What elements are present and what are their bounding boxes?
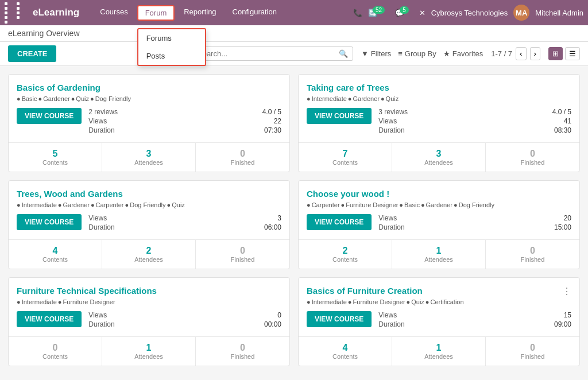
view-course-button-0[interactable]: VIEW COURSE xyxy=(17,108,82,124)
course-stats-1: 3 reviews 4.0 / 5 Views 41 Duration 08:3… xyxy=(378,108,571,134)
create-button[interactable]: CREATE xyxy=(8,45,56,62)
footer-contents-2: 4 Contents xyxy=(9,240,102,269)
filters-button[interactable]: ▼ Filters xyxy=(361,49,391,58)
breadcrumb: eLearning Overview xyxy=(8,29,80,38)
search-box: 🔍 xyxy=(192,46,353,61)
course-tags-3: ● Carpenter ● Furniture Designer ● Basic… xyxy=(307,201,571,208)
course-stats-4: Views 0 Duration 00:00 xyxy=(88,311,281,328)
course-stats-0: 2 reviews 4.0 / 5 Views 22 Duration 07:3… xyxy=(88,108,281,134)
footer-attendees-4: 1 Attendees xyxy=(102,337,196,366)
pagination-count: 1-7 / 7 xyxy=(491,49,512,58)
search-icon[interactable]: 🔍 xyxy=(339,49,348,58)
footer-finished-4: 0 Finished xyxy=(196,337,289,366)
prev-page-button[interactable]: ‹ xyxy=(516,47,526,60)
scroll-area[interactable]: Basics of Gardening ● Basic ● Gardener ●… xyxy=(0,66,588,380)
main-wrapper: Basics of Gardening ● Basic ● Gardener ●… xyxy=(0,66,588,380)
footer-finished-0: 0 Finished xyxy=(196,143,289,172)
course-title-2: Trees, Wood and Gardens xyxy=(17,189,281,199)
footer-finished-5: 0 Finished xyxy=(486,337,579,366)
course-footer-3: 2 Contents 1 Attendees 0 Finished xyxy=(299,239,579,269)
footer-finished-2: 0 Finished xyxy=(196,240,289,269)
course-tags-0: ● Basic ● Gardener ● Quiz ● Dog Friendly xyxy=(17,95,281,102)
view-course-button-1[interactable]: VIEW COURSE xyxy=(307,108,372,124)
footer-attendees-1: 3 Attendees xyxy=(392,143,486,172)
company-name: Cybrosys Technologies xyxy=(431,9,508,17)
course-title-1: Taking care of Trees xyxy=(307,83,571,92)
course-footer-4: 0 Contents 1 Attendees 0 Finished xyxy=(9,336,289,366)
messages-icon[interactable]: 💬5 xyxy=(395,9,413,17)
course-stats-5: Views 15 Duration 09:00 xyxy=(378,311,571,328)
pagination: 1-7 / 7 ‹ › xyxy=(491,47,540,60)
list-view-button[interactable]: ☰ xyxy=(565,47,580,60)
messages-badge: 5 xyxy=(400,6,409,14)
apps-grid-icon[interactable] xyxy=(5,2,27,24)
view-course-button-4[interactable]: VIEW COURSE xyxy=(17,311,82,327)
footer-contents-4: 0 Contents xyxy=(9,337,102,366)
course-card-4: Furniture Technical Specifications ● Int… xyxy=(8,277,290,366)
nav-item-forum-wrapper: Forum Forums Posts xyxy=(137,5,175,21)
footer-finished-1: 0 Finished xyxy=(486,143,579,172)
nav-item-courses[interactable]: Courses xyxy=(93,5,134,21)
nav-item-forum[interactable]: Forum xyxy=(137,5,175,21)
course-stats-3: Views 20 Duration 15:00 xyxy=(378,214,571,231)
footer-contents-5: 4 Contents xyxy=(299,337,392,366)
course-tags-5: ● Intermediate ● Furniture Designer ● Qu… xyxy=(307,298,571,305)
next-page-button[interactable]: › xyxy=(530,47,540,60)
footer-attendees-3: 1 Attendees xyxy=(392,240,486,269)
topnav: eLearning Courses Forum Forums Posts Rep… xyxy=(0,0,588,25)
activity-badge: 52 xyxy=(373,6,385,14)
view-course-button-5[interactable]: VIEW COURSE xyxy=(307,311,372,327)
footer-attendees-2: 2 Attendees xyxy=(102,240,196,269)
footer-contents-1: 7 Contents xyxy=(299,143,392,172)
course-title-5: Basics of Furniture Creation xyxy=(307,286,423,296)
card-menu-icon[interactable]: ⋮ xyxy=(562,286,571,297)
course-stats-2: Views 3 Duration 06:00 xyxy=(88,214,281,231)
toolbar: CREATE 🔍 ▼ Filters ≡ Group By ★ Favorite… xyxy=(0,42,588,66)
dropdown-posts[interactable]: Posts xyxy=(138,47,205,65)
course-title-3: Choose your wood ! xyxy=(307,189,571,199)
nav-item-configuration[interactable]: Configuration xyxy=(226,5,284,21)
course-card-5: Basics of Furniture Creation ⋮ ● Interme… xyxy=(298,277,580,366)
favorites-button[interactable]: ★ Favorites xyxy=(443,49,483,58)
view-course-button-3[interactable]: VIEW COURSE xyxy=(307,214,372,230)
user-name: Mitchell Admin xyxy=(535,9,583,17)
course-footer-2: 4 Contents 2 Attendees 0 Finished xyxy=(9,239,289,269)
user-avatar[interactable]: MA xyxy=(513,5,529,21)
dropdown-forums[interactable]: Forums xyxy=(138,29,205,47)
footer-contents-0: 5 Contents xyxy=(9,143,102,172)
nav-item-reporting[interactable]: Reporting xyxy=(177,5,223,21)
topnav-right: 📞 🔄52 💬5 ✕ Cybrosys Technologies MA Mitc… xyxy=(353,5,583,21)
groupby-button[interactable]: ≡ Group By xyxy=(398,49,436,58)
view-icons: ⊞ ☰ xyxy=(548,47,580,60)
course-grid: Basics of Gardening ● Basic ● Gardener ●… xyxy=(0,66,588,374)
course-card-0: Basics of Gardening ● Basic ● Gardener ●… xyxy=(8,74,290,172)
close-icon[interactable]: ✕ xyxy=(419,9,425,17)
course-tags-4: ● Intermediate ● Furniture Designer xyxy=(17,298,281,305)
toolbar-controls: ▼ Filters ≡ Group By ★ Favorites xyxy=(361,49,483,58)
view-course-button-2[interactable]: VIEW COURSE xyxy=(17,214,82,230)
course-card-2: Trees, Wood and Gardens ● Intermediate ●… xyxy=(8,180,290,269)
brand-name: eLearning xyxy=(33,7,79,18)
course-tags-2: ● Intermediate ● Gardener ● Carpenter ● … xyxy=(17,201,281,208)
course-footer-1: 7 Contents 3 Attendees 0 Finished xyxy=(299,142,579,172)
phone-icon[interactable]: 📞 xyxy=(353,9,362,17)
activity-icon[interactable]: 🔄52 xyxy=(368,9,389,17)
footer-contents-3: 2 Contents xyxy=(299,240,392,269)
footer-attendees-5: 1 Attendees xyxy=(392,337,486,366)
course-card-1: Taking care of Trees ● Intermediate ● Ga… xyxy=(298,74,580,172)
course-footer-0: 5 Contents 3 Attendees 0 Finished xyxy=(9,142,289,172)
course-card-3: Choose your wood ! ● Carpenter ● Furnitu… xyxy=(298,180,580,269)
course-tags-1: ● Intermediate ● Gardener ● Quiz xyxy=(307,95,571,102)
forum-dropdown: Forums Posts xyxy=(137,28,206,66)
nav-menu: Courses Forum Forums Posts Reporting Con… xyxy=(93,5,353,21)
search-input[interactable] xyxy=(198,49,335,58)
subheader: eLearning Overview xyxy=(0,25,588,42)
grid-view-button[interactable]: ⊞ xyxy=(548,47,563,60)
footer-attendees-0: 3 Attendees xyxy=(102,143,196,172)
course-title-0: Basics of Gardening xyxy=(17,83,281,92)
course-footer-5: 4 Contents 1 Attendees 0 Finished xyxy=(299,336,579,366)
course-title-4: Furniture Technical Specifications xyxy=(17,286,281,296)
footer-finished-3: 0 Finished xyxy=(486,240,579,269)
toolbar-right: 🔍 ▼ Filters ≡ Group By ★ Favorites 1-7 /… xyxy=(192,46,580,61)
